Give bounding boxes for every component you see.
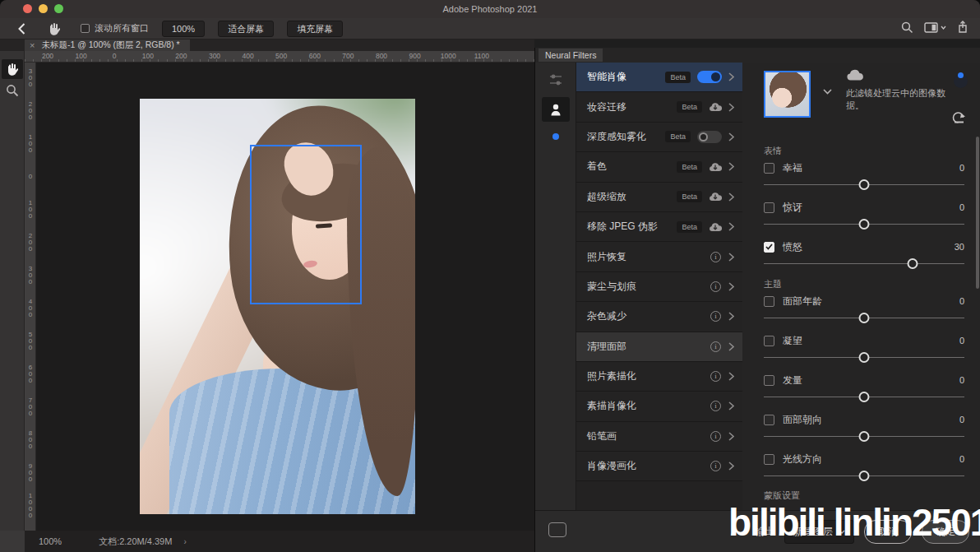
slider-checkbox[interactable] bbox=[764, 375, 774, 386]
reset-icon[interactable] bbox=[951, 112, 966, 123]
filter-row[interactable]: 智能肖像Beta bbox=[576, 63, 742, 92]
filter-row[interactable]: 照片素描化i bbox=[576, 362, 742, 392]
zoom-window-button[interactable] bbox=[54, 4, 63, 13]
fit-screen-button[interactable]: 适合屏幕 bbox=[218, 21, 274, 37]
share-icon[interactable] bbox=[957, 21, 968, 34]
slider-knob[interactable] bbox=[859, 313, 870, 323]
chevron-right-icon[interactable] bbox=[728, 372, 734, 381]
slider-track[interactable] bbox=[764, 352, 964, 364]
zoom-tool-button[interactable] bbox=[2, 81, 23, 100]
slider-checkbox[interactable] bbox=[764, 242, 774, 253]
close-tab-icon[interactable]: × bbox=[30, 41, 35, 49]
portrait-filters-category-button[interactable] bbox=[542, 97, 570, 122]
cloud-download-icon[interactable] bbox=[709, 192, 722, 202]
slider-checkbox[interactable] bbox=[764, 415, 774, 425]
chevron-right-icon[interactable] bbox=[728, 253, 734, 262]
close-window-button[interactable] bbox=[23, 4, 32, 13]
info-icon[interactable]: i bbox=[710, 281, 721, 292]
filter-row[interactable]: 铅笔画i bbox=[576, 422, 742, 452]
slider-knob[interactable] bbox=[859, 431, 870, 442]
filter-row[interactable]: 照片恢复i bbox=[576, 242, 742, 271]
filter-row[interactable]: 素描肖像化i bbox=[576, 392, 742, 421]
chevron-right-icon[interactable] bbox=[728, 401, 734, 411]
filter-row[interactable]: 妆容迁移Beta bbox=[576, 92, 742, 122]
fill-screen-button[interactable]: 填充屏幕 bbox=[287, 21, 343, 37]
hand-tool-option-icon[interactable] bbox=[44, 21, 62, 37]
face-selector-dropdown[interactable] bbox=[823, 89, 832, 95]
zoom-100-button[interactable]: 100% bbox=[162, 21, 205, 37]
chevron-right-icon[interactable] bbox=[728, 193, 734, 202]
slider-track[interactable] bbox=[764, 219, 964, 230]
hand-tool-button[interactable] bbox=[2, 59, 23, 79]
canvas-area[interactable] bbox=[36, 63, 534, 531]
info-icon[interactable]: i bbox=[710, 461, 721, 471]
info-icon[interactable]: i bbox=[710, 401, 721, 411]
preview-toggle-button[interactable] bbox=[954, 74, 968, 88]
filter-row[interactable]: 清理面部i bbox=[576, 332, 742, 362]
cloud-download-icon[interactable] bbox=[709, 162, 722, 172]
filter-row[interactable]: 蒙尘与划痕i bbox=[576, 272, 742, 302]
search-icon[interactable] bbox=[901, 21, 913, 34]
slider-checkbox[interactable] bbox=[764, 296, 774, 307]
chevron-right-icon[interactable] bbox=[728, 312, 734, 321]
info-icon[interactable]: i bbox=[710, 371, 721, 382]
panel-title[interactable]: Neural Filters bbox=[539, 49, 603, 62]
face-detection-box[interactable] bbox=[250, 145, 362, 304]
slider-track[interactable] bbox=[764, 471, 964, 482]
document-tab[interactable]: × 未标题-1 @ 100% (图层 2, RGB/8) * bbox=[25, 39, 190, 51]
filter-row[interactable]: 深度感知雾化Beta bbox=[576, 123, 742, 152]
slider-checkbox[interactable] bbox=[764, 202, 774, 213]
cloud-icon bbox=[846, 69, 864, 81]
slider-knob[interactable] bbox=[859, 179, 870, 190]
settings-scrollbar[interactable] bbox=[976, 137, 979, 289]
status-bar: 100% 文档:2.20M/4.39M › bbox=[25, 531, 534, 552]
scroll-all-windows-option[interactable]: 滚动所有窗口 bbox=[81, 22, 149, 35]
slider-knob[interactable] bbox=[859, 392, 870, 402]
all-filters-category-button[interactable] bbox=[542, 67, 570, 92]
scroll-all-windows-checkbox[interactable] bbox=[81, 24, 90, 33]
chevron-right-icon[interactable] bbox=[728, 132, 734, 141]
slider-track[interactable] bbox=[764, 258, 964, 270]
slider-knob[interactable] bbox=[907, 258, 918, 269]
info-icon[interactable]: i bbox=[710, 311, 721, 322]
status-zoom-level[interactable]: 100% bbox=[39, 536, 62, 546]
slider-knob[interactable] bbox=[859, 219, 870, 230]
slider-track[interactable] bbox=[764, 179, 964, 191]
cloud-download-icon[interactable] bbox=[709, 222, 722, 232]
filter-row[interactable]: 超级缩放Beta bbox=[576, 183, 742, 212]
info-icon[interactable]: i bbox=[710, 431, 721, 442]
info-icon[interactable]: i bbox=[710, 341, 721, 352]
slider-track[interactable] bbox=[764, 392, 964, 403]
slider-checkbox[interactable] bbox=[764, 454, 774, 465]
slider-checkbox[interactable] bbox=[764, 163, 774, 174]
chevron-right-icon[interactable] bbox=[728, 462, 734, 471]
slider-block: 幸福0 bbox=[764, 159, 964, 191]
info-icon[interactable]: i bbox=[710, 252, 721, 262]
chevron-right-icon[interactable] bbox=[728, 432, 734, 441]
face-thumbnail[interactable] bbox=[764, 71, 811, 118]
chevron-right-icon[interactable] bbox=[728, 162, 734, 171]
cloud-download-icon[interactable] bbox=[709, 102, 722, 112]
back-button[interactable] bbox=[13, 21, 30, 37]
slider-knob[interactable] bbox=[859, 471, 870, 481]
chevron-right-icon[interactable] bbox=[728, 342, 734, 351]
slider-track[interactable] bbox=[764, 431, 964, 443]
chevron-right-icon[interactable] bbox=[728, 72, 734, 81]
chevron-right-icon[interactable] bbox=[728, 282, 734, 291]
filter-row[interactable]: 肖像漫画化i bbox=[576, 452, 742, 481]
preview-background-icon[interactable] bbox=[548, 522, 566, 537]
chevron-right-icon[interactable] bbox=[728, 222, 734, 231]
slider-track[interactable] bbox=[764, 313, 964, 324]
workspace-switcher-icon[interactable] bbox=[924, 22, 946, 33]
horizontal-ruler-label: 200 bbox=[175, 52, 187, 60]
status-chevron-icon[interactable]: › bbox=[183, 537, 186, 546]
filter-toggle[interactable] bbox=[697, 131, 722, 143]
filter-row[interactable]: 移除 JPEG 伪影Beta bbox=[576, 212, 742, 242]
slider-knob[interactable] bbox=[859, 352, 870, 363]
chevron-right-icon[interactable] bbox=[728, 103, 734, 112]
filter-toggle[interactable] bbox=[697, 71, 722, 83]
filter-row[interactable]: 杂色减少i bbox=[576, 302, 742, 332]
filter-row[interactable]: 着色Beta bbox=[576, 152, 742, 182]
minimize-window-button[interactable] bbox=[39, 4, 48, 13]
slider-checkbox[interactable] bbox=[764, 336, 774, 346]
